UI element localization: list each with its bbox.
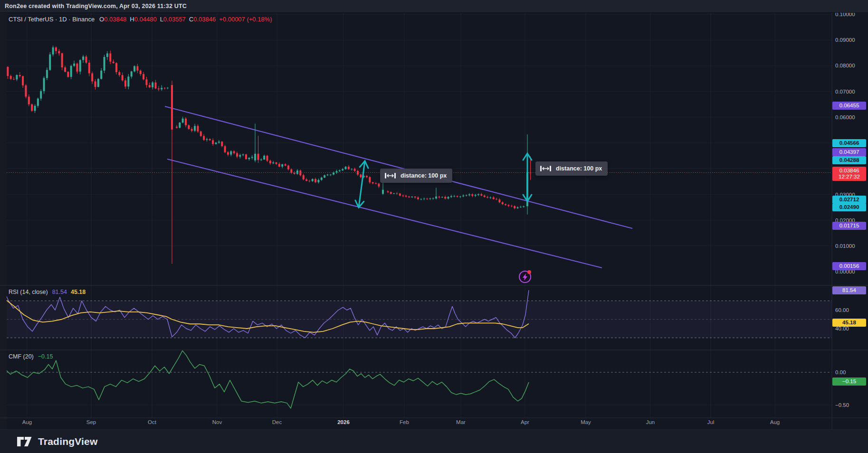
candle-body: [131, 71, 133, 76]
candle-body: [140, 71, 142, 74]
tradingview-snapshot: Ron2ee created with TradingView.com, Apr…: [0, 0, 868, 453]
axis-tick-label: 0.09000: [835, 37, 855, 43]
candle-body: [164, 88, 166, 88]
candle-body: [43, 78, 45, 91]
chart-background[interactable]: [0, 13, 868, 430]
candle-body: [423, 198, 425, 199]
candle-body: [91, 73, 93, 81]
candle-body: [348, 167, 350, 169]
measure-tooltip-text: distance: 100 px: [401, 172, 447, 179]
candle-body: [471, 194, 473, 196]
candle-body: [484, 196, 486, 197]
candle-body: [453, 196, 455, 197]
tradingview-logo-icon[interactable]: [17, 436, 33, 447]
candle-body: [502, 202, 504, 204]
candle-body: [489, 198, 491, 198]
time-axis-label: 2026: [337, 419, 350, 425]
candle-body: [215, 142, 217, 144]
candle-body: [366, 176, 368, 177]
time-axis-label: Nov: [212, 419, 222, 425]
rsi-label[interactable]: RSI (14, close): [9, 289, 48, 295]
rsi-legend: RSI (14, close)81.5445.18: [9, 289, 86, 295]
chart-canvas[interactable]: [0, 0, 868, 453]
candle-body: [315, 179, 316, 182]
candle-body: [498, 199, 500, 202]
candle-body: [468, 194, 470, 195]
candle-body: [179, 123, 181, 128]
time-axis-label: Feb: [400, 419, 409, 425]
candle-body: [79, 60, 81, 71]
left-margin: [0, 13, 7, 430]
axis-tick-label: 0.06000: [835, 114, 855, 120]
rsi-band: [7, 301, 832, 338]
candle-body: [13, 79, 15, 79]
candle-body: [330, 175, 332, 175]
axis-price-badge: 81.54: [832, 286, 866, 294]
candle-body: [317, 180, 319, 182]
candle-body: [70, 66, 72, 77]
candle-body: [19, 75, 21, 76]
candle-body: [16, 75, 18, 79]
candle-body: [200, 132, 202, 136]
axis-tick-label: 0.00: [835, 369, 846, 375]
candle-body: [10, 76, 12, 79]
candle-body: [429, 198, 431, 199]
symbol-title[interactable]: CTSI / TetherUS · 1D · Binance: [9, 16, 95, 23]
tradingview-brand-text[interactable]: TradingView: [38, 436, 98, 447]
ohlc-value: 0.03557: [163, 16, 186, 23]
footer-bar: TradingView: [0, 430, 868, 453]
candle-body: [245, 154, 247, 159]
candle-body: [324, 175, 325, 178]
candle-body: [308, 181, 310, 181]
cmf-value: −0.15: [38, 353, 53, 360]
ohlc-key: O: [99, 16, 104, 23]
candle-body: [505, 204, 506, 205]
header-bar: Ron2ee created with TradingView.com, Apr…: [0, 0, 868, 13]
time-axis-label: May: [581, 419, 591, 425]
candle-body: [191, 129, 193, 131]
candle-body: [466, 195, 467, 196]
candle-body: [106, 53, 108, 57]
candle-body: [167, 88, 169, 88]
candle-body: [85, 57, 87, 63]
candle-body: [305, 179, 307, 181]
candle-body: [100, 71, 102, 79]
candle-body: [212, 140, 214, 144]
candle-body: [480, 194, 482, 196]
candle-body: [486, 197, 488, 198]
candle-body: [49, 55, 51, 70]
candle-body: [109, 53, 111, 61]
candle-body: [239, 155, 241, 157]
candle-body: [266, 156, 268, 160]
candle-body: [46, 70, 48, 78]
symbol-legend: CTSI / TetherUS · 1D · BinanceO0.03848H0…: [9, 16, 272, 23]
time-axis-label: Apr: [521, 419, 529, 425]
candle-body: [206, 139, 208, 140]
candle-body: [378, 184, 380, 187]
axis-price-badge: −0.15: [832, 378, 866, 386]
candle-body: [462, 196, 464, 197]
ohlc-key: L: [160, 16, 163, 23]
candle-body: [82, 57, 84, 60]
candle-body: [145, 79, 147, 85]
cmf-label[interactable]: CMF (20): [9, 353, 34, 360]
candle-body: [438, 197, 440, 197]
candle-body: [25, 85, 27, 97]
candle-body: [372, 182, 374, 183]
candle-body: [441, 197, 443, 198]
candle-body: [312, 179, 314, 181]
candle-body: [276, 162, 277, 164]
candle-body: [281, 164, 283, 167]
candle-body: [287, 166, 289, 170]
candle-body: [28, 97, 30, 104]
candle-body: [31, 104, 33, 111]
candle-body: [152, 83, 153, 87]
measure-tooltip-2: distance: 100 px: [535, 161, 608, 176]
candle-body: [161, 88, 162, 89]
candle-body: [420, 199, 422, 199]
candle-body: [97, 79, 99, 87]
candle-body: [95, 81, 96, 87]
candle-body: [242, 154, 244, 155]
candle-body: [511, 206, 513, 207]
candle-body: [520, 207, 522, 208]
